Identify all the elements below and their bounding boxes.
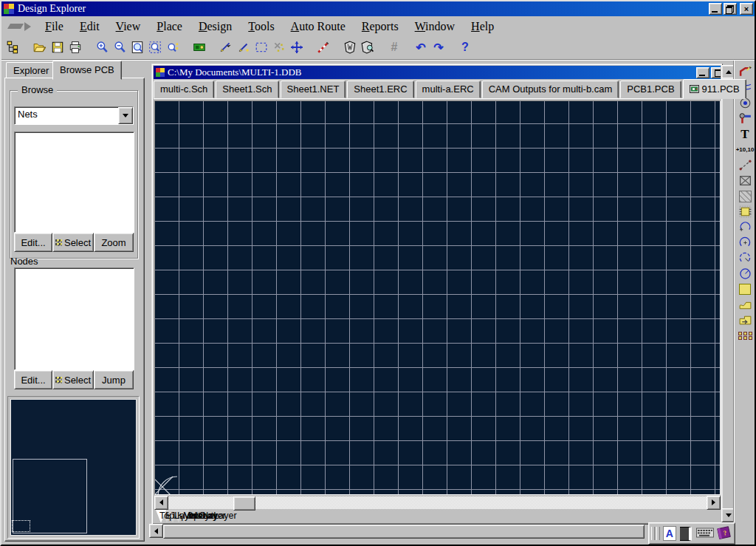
nets-listbox[interactable] <box>14 132 134 233</box>
tab-multi-a-erc[interactable]: multi-a.ERC <box>416 81 481 98</box>
select-area-button[interactable] <box>252 38 270 56</box>
print-button[interactable] <box>66 38 84 56</box>
place-pad-array-button[interactable] <box>735 328 755 344</box>
select-grid-icon <box>55 377 62 383</box>
board-preview[interactable] <box>7 396 140 539</box>
place-coordinate-button[interactable]: +10,10 <box>735 142 755 157</box>
close-button[interactable]: × <box>740 3 753 15</box>
zoom-document-button[interactable] <box>128 38 146 56</box>
scrollbar-thumb[interactable] <box>163 525 645 539</box>
tab-sheet1-erc[interactable]: Sheet1.ERC <box>347 81 413 98</box>
menu-place[interactable]: Place <box>148 18 190 35</box>
nodes-select-button[interactable]: Select <box>52 370 94 389</box>
nodes-edit-button[interactable]: Edit... <box>14 370 52 389</box>
zoom-in-icon <box>95 41 109 54</box>
combobox-dropdown-button[interactable] <box>118 107 133 124</box>
select-grid-icon <box>55 239 62 246</box>
nodes-jump-button[interactable]: Jump <box>94 370 134 389</box>
browse-mode-combobox[interactable]: Nets <box>14 106 134 125</box>
menu-file[interactable]: File <box>37 18 72 35</box>
place-dimension-button[interactable] <box>735 157 755 173</box>
tab-sheet1-net[interactable]: Sheet1.NET <box>281 81 346 98</box>
move-button[interactable] <box>288 38 306 56</box>
menu-design[interactable]: Design <box>190 18 240 35</box>
shield-magnifier-button[interactable] <box>359 38 377 56</box>
undo-button[interactable]: ↶ <box>412 38 430 56</box>
place-polygon-button[interactable] <box>735 297 755 313</box>
tab-browse-pcb[interactable]: Browse PCB <box>52 61 122 80</box>
nets-select-button[interactable]: Select <box>52 233 94 252</box>
document-titlebar[interactable]: C:\My Documents\MULTI-1.DDB <box>154 66 721 79</box>
help-button[interactable]: ? <box>456 38 474 56</box>
drag-handle-icon[interactable] <box>651 527 655 540</box>
wand-button[interactable] <box>315 38 332 56</box>
scroll-left-button[interactable] <box>154 496 168 510</box>
workspace-horizontal-scrollbar[interactable] <box>149 525 733 537</box>
place-fill-button[interactable] <box>735 281 755 297</box>
grid-toggle-button[interactable]: # <box>385 38 403 56</box>
menu-reports[interactable]: Reports <box>354 18 407 35</box>
place-circle-button[interactable] <box>735 266 755 281</box>
menu-tools[interactable]: Tools <box>240 18 282 35</box>
save-button[interactable] <box>49 38 66 56</box>
place-track-button[interactable] <box>735 64 755 80</box>
minimize-button[interactable] <box>709 3 722 15</box>
tab-911-pcb[interactable]: 911.PCB <box>683 79 746 99</box>
deselect-button[interactable] <box>270 38 288 56</box>
place-arc-center-button[interactable] <box>735 235 755 250</box>
place-component-button[interactable] <box>735 204 755 219</box>
tab-pcb1-pcb[interactable]: PCB1.PCB <box>620 81 681 98</box>
menu-auto-route[interactable]: Auto Route <box>283 18 354 35</box>
letter-a-icon: A <box>666 528 673 539</box>
tab-cam-outputs[interactable]: CAM Outputs for multi-b.cam <box>482 81 619 98</box>
editor-horizontal-scrollbar[interactable] <box>154 496 721 509</box>
place-split-plane-button[interactable] <box>735 313 755 328</box>
scroll-left-button[interactable] <box>149 524 163 538</box>
pencil-button[interactable] <box>235 38 252 56</box>
place-text-button[interactable]: T <box>735 126 755 142</box>
nets-edit-button[interactable]: Edit... <box>14 233 52 252</box>
scroll-right-button[interactable] <box>707 496 721 510</box>
menu-window[interactable]: Window <box>407 18 463 35</box>
pcb-document-icon <box>690 85 699 93</box>
nodes-listbox[interactable] <box>14 267 134 370</box>
shield-button[interactable] <box>341 38 359 56</box>
redo-icon: ↷ <box>433 41 443 55</box>
menu-edit[interactable]: Edit <box>72 18 108 35</box>
nets-zoom-button[interactable]: Zoom <box>94 233 134 252</box>
drag-handle-icon[interactable] <box>656 527 660 540</box>
place-arc-angle-button[interactable] <box>735 250 755 266</box>
menu-help[interactable]: Help <box>463 18 502 35</box>
zoom-point-button[interactable] <box>164 38 182 56</box>
ime-keyboard-button[interactable] <box>696 528 714 540</box>
place-keepout-button[interactable] <box>735 173 755 188</box>
place-arc-edge-button[interactable] <box>735 219 755 235</box>
scrollbar-thumb[interactable] <box>233 496 255 511</box>
system-menu-arrow-icon[interactable] <box>9 22 31 31</box>
zoom-area-button[interactable] <box>146 38 164 56</box>
tab-multi-c-sch[interactable]: multi-c.Sch <box>154 81 214 98</box>
zoom-in-button[interactable] <box>93 38 111 56</box>
layer-tab-toplayer[interactable]: TopLayer <box>156 510 166 522</box>
tab-sheet1-sch[interactable]: Sheet1.Sch <box>216 81 278 98</box>
knife-button[interactable] <box>217 38 235 56</box>
redo-button[interactable]: ↷ <box>430 38 447 56</box>
ime-input-mode-button[interactable]: A <box>663 526 677 541</box>
open-button[interactable] <box>31 38 49 56</box>
zoom-out-button[interactable] <box>111 38 128 56</box>
cross-probe-button[interactable] <box>190 38 208 56</box>
ime-halfwidth-toggle[interactable] <box>680 527 692 541</box>
tab-explorer[interactable]: Explorer <box>6 62 56 79</box>
mdi-vertical-scrollbar[interactable] <box>721 65 734 522</box>
menu-view[interactable]: View <box>108 18 149 35</box>
place-pad-button[interactable] <box>735 111 755 126</box>
restore-button[interactable] <box>724 3 737 15</box>
pcb-editor-canvas[interactable] <box>154 100 721 495</box>
doc-restore-button[interactable] <box>711 67 721 78</box>
shield-magnifier-icon <box>361 41 374 54</box>
doc-minimize-button[interactable] <box>696 67 709 78</box>
ime-help-button[interactable]: ? <box>716 525 732 542</box>
scrollbar-track[interactable] <box>168 496 707 509</box>
place-hatched-fill-button[interactable] <box>735 188 755 204</box>
explorer-panel-button[interactable] <box>4 38 22 56</box>
